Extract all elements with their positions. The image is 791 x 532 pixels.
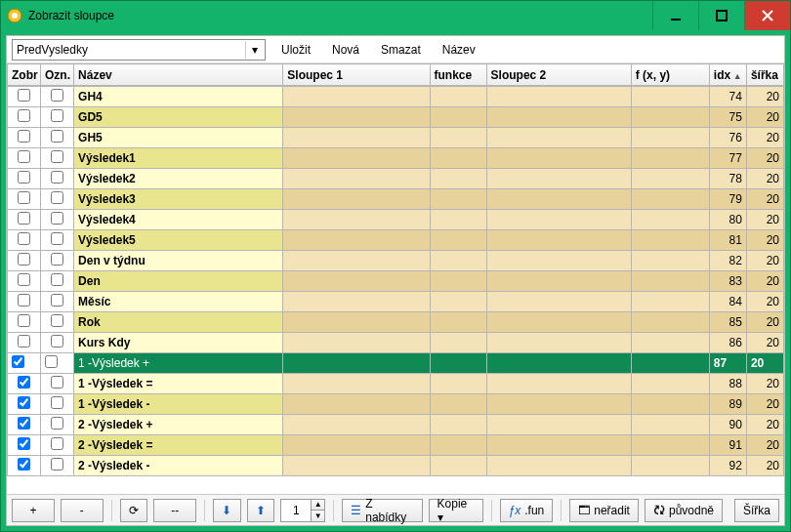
cell[interactable]: [8, 374, 41, 394]
zobr-checkbox[interactable]: [18, 171, 30, 184]
ozn-checkbox[interactable]: [51, 89, 63, 102]
cell[interactable]: [486, 148, 631, 169]
cell[interactable]: 20: [746, 353, 783, 374]
cell[interactable]: 20: [746, 210, 783, 230]
cell[interactable]: [631, 107, 709, 128]
cell[interactable]: [430, 333, 486, 353]
cell[interactable]: 79: [709, 189, 746, 210]
cell[interactable]: 78: [709, 169, 746, 189]
cell[interactable]: [430, 148, 486, 169]
cell[interactable]: [283, 353, 430, 374]
cell[interactable]: Výsledek5: [74, 230, 283, 251]
zobr-checkbox[interactable]: [18, 437, 30, 450]
cell[interactable]: [8, 169, 41, 189]
zobr-checkbox[interactable]: [18, 253, 30, 266]
ozn-checkbox[interactable]: [51, 273, 63, 286]
nosort-button[interactable]: 🗔neřadit: [569, 499, 639, 522]
cell[interactable]: [283, 148, 430, 169]
cell[interactable]: [41, 292, 74, 312]
cell[interactable]: [631, 394, 709, 415]
zobr-checkbox[interactable]: [18, 89, 30, 102]
cell[interactable]: [41, 148, 74, 169]
cell[interactable]: 20: [746, 333, 783, 353]
ozn-checkbox[interactable]: [51, 294, 63, 307]
copy-button[interactable]: Kopie ▾: [429, 499, 483, 522]
cell[interactable]: [631, 128, 709, 148]
ozn-checkbox[interactable]: [51, 191, 63, 204]
cell[interactable]: [430, 107, 486, 128]
cell[interactable]: [8, 394, 41, 415]
cell[interactable]: [486, 312, 631, 333]
cell[interactable]: [8, 189, 41, 210]
table-row[interactable]: 1 -Výsledek +8720: [8, 353, 784, 374]
move-down-button[interactable]: ⬇: [213, 499, 241, 522]
zobr-checkbox[interactable]: [18, 458, 30, 471]
col-sloupec1[interactable]: Sloupec 1: [283, 64, 430, 86]
cell[interactable]: [8, 128, 41, 148]
cell[interactable]: [631, 353, 709, 374]
close-button[interactable]: [744, 1, 790, 30]
cell[interactable]: [631, 271, 709, 292]
step-input[interactable]: [281, 501, 311, 520]
cell[interactable]: [430, 251, 486, 271]
cell[interactable]: [8, 292, 41, 312]
cell[interactable]: [631, 148, 709, 169]
cell[interactable]: 85: [709, 312, 746, 333]
cell[interactable]: [430, 230, 486, 251]
cell[interactable]: 92: [709, 456, 746, 476]
cell[interactable]: [430, 189, 486, 210]
cell[interactable]: [41, 271, 74, 292]
cell[interactable]: [41, 415, 74, 435]
cell[interactable]: [283, 312, 430, 333]
cell[interactable]: 2 -Výsledek =: [74, 435, 283, 456]
cell[interactable]: 2 -Výsledek +: [74, 415, 283, 435]
col-nazev[interactable]: Název: [74, 64, 283, 86]
width-button[interactable]: Šířka: [734, 499, 779, 522]
cell[interactable]: Výsledek1: [74, 148, 283, 169]
cell[interactable]: 2 -Výsledek -: [74, 456, 283, 476]
cell[interactable]: [486, 128, 631, 148]
cell[interactable]: [631, 210, 709, 230]
cell[interactable]: [486, 394, 631, 415]
cell[interactable]: Výsledek2: [74, 169, 283, 189]
cell[interactable]: 20: [746, 230, 783, 251]
cell[interactable]: [283, 333, 430, 353]
ozn-checkbox[interactable]: [51, 232, 63, 245]
cell[interactable]: [283, 189, 430, 210]
cell[interactable]: 87: [709, 353, 746, 374]
cell[interactable]: 82: [709, 251, 746, 271]
cell[interactable]: Den v týdnu: [74, 251, 283, 271]
cell[interactable]: [430, 435, 486, 456]
cell[interactable]: [41, 312, 74, 333]
cell[interactable]: 83: [709, 271, 746, 292]
table-row[interactable]: 2 -Výsledek -9220: [8, 456, 784, 476]
cell[interactable]: [283, 210, 430, 230]
table-row[interactable]: 2 -Výsledek =9120: [8, 435, 784, 456]
preset-combo[interactable]: PredVysledky ▾: [12, 39, 266, 61]
remove-button[interactable]: -: [61, 499, 104, 522]
cell[interactable]: [631, 374, 709, 394]
cell[interactable]: [486, 169, 631, 189]
zobr-checkbox[interactable]: [18, 232, 30, 245]
cell[interactable]: [283, 230, 430, 251]
cell[interactable]: 20: [746, 312, 783, 333]
horizontal-scrollbar[interactable]: [7, 476, 784, 494]
cell[interactable]: [8, 87, 41, 107]
cell[interactable]: 20: [746, 435, 783, 456]
cell[interactable]: [430, 210, 486, 230]
cell[interactable]: [283, 169, 430, 189]
zobr-checkbox[interactable]: [18, 212, 30, 225]
cell[interactable]: [631, 230, 709, 251]
ozn-checkbox[interactable]: [51, 253, 63, 266]
zobr-checkbox[interactable]: [18, 335, 30, 348]
cell[interactable]: Kurs Kdy: [74, 333, 283, 353]
col-sirka[interactable]: šířka: [746, 64, 783, 86]
cell[interactable]: 20: [746, 169, 783, 189]
table-row[interactable]: Výsledek37920: [8, 189, 784, 210]
cell[interactable]: 89: [709, 394, 746, 415]
cell[interactable]: [283, 251, 430, 271]
cell[interactable]: 90: [709, 415, 746, 435]
cell[interactable]: 20: [746, 87, 783, 107]
cell[interactable]: Výsledek3: [74, 189, 283, 210]
cell[interactable]: [631, 87, 709, 107]
